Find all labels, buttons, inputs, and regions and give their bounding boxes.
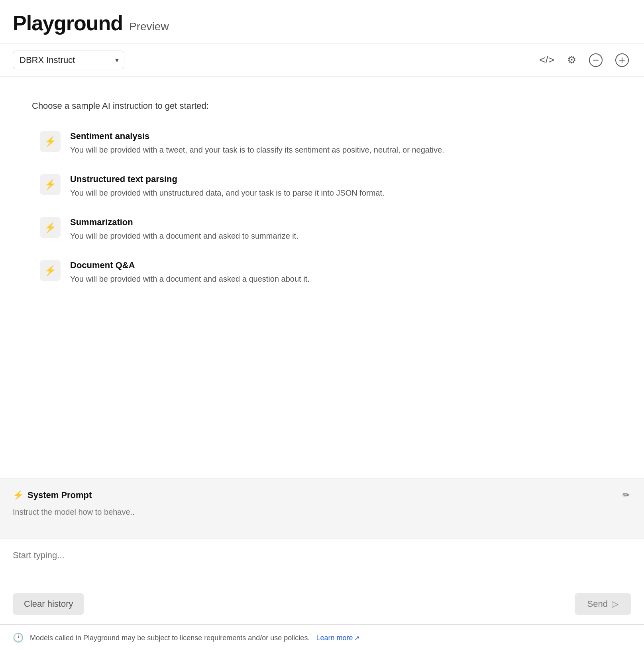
sample-list: ⚡ Sentiment analysis You will be provide… — [32, 124, 612, 292]
model-select[interactable]: DBRX Instruct GPT-4 Claude 3 Llama 2 — [13, 51, 124, 69]
sample-title-parsing: Unstructured text parsing — [70, 174, 604, 184]
sample-text-parsing: Unstructured text parsing You will be pr… — [70, 174, 604, 199]
toolbar-actions: </> ⚙ − + — [537, 51, 631, 69]
system-prompt-section: ⚡ System Prompt ✏ — [0, 479, 644, 539]
send-label: Send — [587, 599, 608, 609]
sample-title-docqa: Document Q&A — [70, 260, 604, 271]
bolt-icon: ⚡ — [44, 136, 56, 147]
page-header: Playground Preview — [0, 0, 644, 43]
sample-desc-parsing: You will be provided with unstructured d… — [70, 187, 604, 199]
system-prompt-input[interactable] — [13, 508, 631, 526]
system-prompt-label: System Prompt — [27, 490, 92, 500]
footer: 🕐 Models called in Playground may be sub… — [0, 625, 644, 651]
sample-text-docqa: Document Q&A You will be provided with a… — [70, 260, 604, 285]
external-link-icon: ↗ — [354, 634, 359, 642]
system-prompt-header: ⚡ System Prompt ✏ — [13, 488, 631, 502]
send-arrow-icon: ▷ — [612, 599, 618, 609]
list-item[interactable]: ⚡ Summarization You will be provided wit… — [32, 210, 612, 249]
list-item[interactable]: ⚡ Sentiment analysis You will be provide… — [32, 124, 612, 163]
edit-system-prompt-button[interactable]: ✏ — [621, 488, 631, 502]
footer-notice: Models called in Playground may be subje… — [30, 634, 310, 642]
list-item[interactable]: ⚡ Document Q&A You will be provided with… — [32, 253, 612, 292]
chat-input[interactable] — [13, 550, 631, 582]
bolt-icon: ⚡ — [44, 179, 56, 190]
learn-more-label: Learn more — [316, 634, 353, 642]
code-view-button[interactable]: </> — [537, 51, 557, 69]
zoom-in-button[interactable]: + — [613, 51, 631, 69]
sample-text-sentiment: Sentiment analysis You will be provided … — [70, 131, 604, 156]
chat-actions: Clear history Send ▷ — [13, 593, 631, 615]
sample-desc-sentiment: You will be provided with a tweet, and y… — [70, 144, 604, 156]
page-title: Playground — [13, 11, 123, 35]
sample-desc-docqa: You will be provided with a document and… — [70, 273, 604, 285]
sample-title-sentiment: Sentiment analysis — [70, 131, 604, 141]
alert-clock-icon: 🕐 — [13, 633, 24, 643]
settings-button[interactable]: ⚙ — [565, 51, 579, 69]
gear-icon: ⚙ — [567, 54, 576, 66]
bolt-icon: ⚡ — [13, 490, 24, 500]
bolt-icon-box: ⚡ — [40, 131, 61, 152]
list-item[interactable]: ⚡ Unstructured text parsing You will be … — [32, 167, 612, 206]
learn-more-link[interactable]: Learn more ↗ — [316, 634, 359, 642]
sample-desc-summarization: You will be provided with a document and… — [70, 230, 604, 242]
sample-instructions-label: Choose a sample AI instruction to get st… — [32, 101, 612, 111]
bolt-icon: ⚡ — [44, 222, 56, 233]
bolt-icon-box: ⚡ — [40, 174, 61, 195]
sample-title-summarization: Summarization — [70, 217, 604, 227]
zoom-out-button[interactable]: − — [587, 51, 605, 69]
model-select-wrapper: DBRX Instruct GPT-4 Claude 3 Llama 2 ▾ — [13, 51, 124, 69]
plus-circle-icon: + — [615, 53, 629, 67]
edit-icon: ✏ — [622, 490, 630, 500]
sample-text-summarization: Summarization You will be provided with … — [70, 217, 604, 242]
minus-circle-icon: − — [589, 53, 603, 67]
chat-input-section: Clear history Send ▷ — [0, 539, 644, 625]
bolt-icon-box: ⚡ — [40, 217, 61, 238]
bolt-icon-box: ⚡ — [40, 260, 61, 281]
main-content: Choose a sample AI instruction to get st… — [0, 77, 644, 479]
send-button[interactable]: Send ▷ — [575, 593, 631, 615]
system-prompt-title: ⚡ System Prompt — [13, 490, 92, 500]
toolbar: DBRX Instruct GPT-4 Claude 3 Llama 2 ▾ <… — [0, 43, 644, 77]
code-icon: </> — [539, 54, 554, 66]
bolt-icon: ⚡ — [44, 265, 56, 276]
clear-history-button[interactable]: Clear history — [13, 593, 84, 615]
page-subtitle: Preview — [129, 20, 169, 33]
